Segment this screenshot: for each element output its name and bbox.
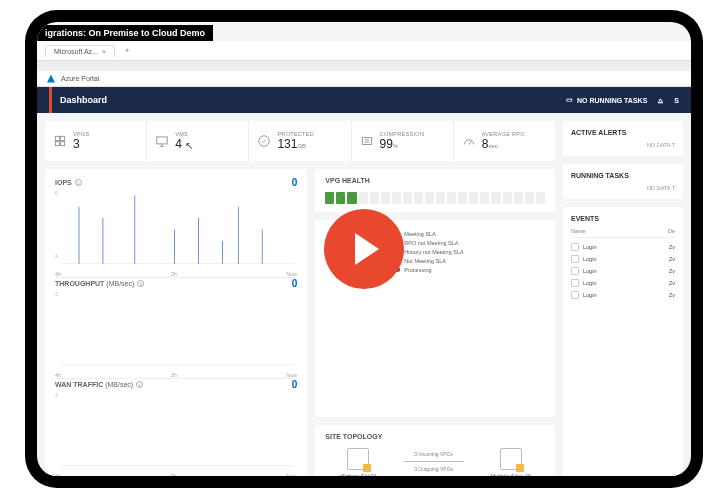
event-icon: [571, 255, 579, 263]
health-square[interactable]: [469, 192, 478, 204]
health-square[interactable]: [436, 192, 445, 204]
svg-rect-0: [55, 136, 59, 140]
throughput-sparkline: [55, 291, 297, 370]
kpi-protected[interactable]: PROTECTED131GB: [249, 121, 351, 161]
health-square[interactable]: [525, 192, 534, 204]
azure-portal-bar: Azure Portal: [37, 71, 691, 87]
health-square[interactable]: [325, 192, 334, 204]
health-square[interactable]: [447, 192, 456, 204]
site-topology-card: SITE TOPOLOGY vSphere-Site01 0 Incoming …: [315, 425, 555, 476]
svg-rect-4: [157, 137, 168, 144]
tasks-icon: ▭: [566, 96, 573, 104]
dashboard-header: Dashboard ▭ NO RUNNING TASKS 🜂 S: [37, 87, 691, 113]
shield-icon: [257, 134, 271, 148]
sla-legend: Meeting SLARPO not Meeting SLAHistory no…: [395, 231, 463, 276]
vms-icon: [155, 134, 169, 148]
event-icon: [571, 291, 579, 299]
health-square[interactable]: [414, 192, 423, 204]
event-row[interactable]: LoginZv: [571, 277, 675, 289]
info-icon[interactable]: i: [137, 280, 144, 287]
event-row[interactable]: LoginZv: [571, 241, 675, 253]
close-icon[interactable]: ×: [102, 48, 106, 55]
iops-sparkline: [55, 190, 297, 269]
play-button[interactable]: [324, 209, 404, 289]
event-icon: [571, 267, 579, 275]
chart-iops: IOPSi 0 64 4h2hNow: [55, 177, 297, 278]
chart-throughput: THROUGHPUT (MB/sec)i 0 3 4h2hNow: [55, 278, 297, 379]
kpi-compression[interactable]: COMPRESSION99%: [352, 121, 454, 161]
compression-icon: [360, 134, 374, 148]
event-row[interactable]: LoginZv: [571, 265, 675, 277]
svg-rect-6: [362, 138, 371, 145]
gauge-icon: [462, 134, 476, 148]
browser-addressbar[interactable]: [37, 61, 691, 71]
topology-source[interactable]: vSphere-Site01: [339, 448, 377, 476]
health-square[interactable]: [480, 192, 489, 204]
dashboard-content: VPGS3 VMS4 PROTECTED131GB COMPRESSION99%: [37, 113, 691, 476]
site-icon: [347, 448, 369, 470]
no-running-tasks[interactable]: ▭ NO RUNNING TASKS: [566, 96, 647, 104]
svg-rect-2: [55, 142, 59, 146]
health-square[interactable]: [491, 192, 500, 204]
new-tab-button[interactable]: +: [119, 47, 135, 54]
active-alerts-card: ACTIVE ALERTS NO DATA T: [563, 121, 683, 156]
health-square[interactable]: [458, 192, 467, 204]
info-icon[interactable]: i: [136, 381, 143, 388]
health-square[interactable]: [536, 192, 545, 204]
tab-label: Microsoft Az...: [54, 48, 98, 55]
tablet-frame: igrations: On Premise to Cloud Demo Micr…: [25, 10, 703, 488]
page-title: Dashboard: [49, 87, 107, 113]
topology-arrows: 0 Incoming VPGs 3 Outgoing VPGs: [404, 451, 464, 477]
legend-item: History not Meeting SLA: [395, 249, 463, 255]
wan-sparkline: [55, 392, 297, 471]
health-squares: [325, 192, 545, 204]
bell-icon[interactable]: 🜂: [657, 97, 664, 104]
health-square[interactable]: [503, 192, 512, 204]
health-square[interactable]: [359, 192, 368, 204]
kpi-vms[interactable]: VMS4: [147, 121, 249, 161]
svg-rect-1: [61, 136, 65, 140]
running-tasks-card: RUNNING TASKS NO DATA T: [563, 164, 683, 199]
health-square[interactable]: [347, 192, 356, 204]
browser-tab[interactable]: Microsoft Az... ×: [45, 45, 115, 57]
kpi-vpgs[interactable]: VPGS3: [45, 121, 147, 161]
azure-logo-icon: [47, 75, 55, 83]
event-row[interactable]: LoginZv: [571, 253, 675, 265]
legend-item: Processing: [395, 267, 463, 273]
vpgs-icon: [53, 134, 67, 148]
chart-wan: WAN TRAFFIC (MB/sec)i 0 3 4h2hNow: [55, 379, 297, 476]
user-menu[interactable]: S: [674, 97, 679, 104]
svg-rect-3: [61, 142, 65, 146]
azure-label: Azure Portal: [61, 75, 100, 82]
charts-panel: IOPSi 0 64 4h2hNow THR: [45, 169, 307, 476]
legend-item: Not Meeting SLA: [395, 258, 463, 264]
kpi-bar: VPGS3 VMS4 PROTECTED131GB COMPRESSION99%: [45, 121, 555, 161]
events-card: EVENTS NameDe LoginZvLoginZvLoginZvLogin…: [563, 207, 683, 476]
event-row[interactable]: LoginZv: [571, 289, 675, 301]
health-square[interactable]: [514, 192, 523, 204]
play-icon: [355, 233, 379, 265]
topology-target[interactable]: Multiple Sites (3): [491, 448, 532, 476]
health-square[interactable]: [403, 192, 412, 204]
health-square[interactable]: [392, 192, 401, 204]
event-icon: [571, 243, 579, 251]
multisite-icon: [500, 448, 522, 470]
window-titlebar: igrations: On Premise to Cloud Demo: [37, 25, 213, 41]
legend-item: RPO not Meeting SLA: [395, 240, 463, 246]
health-square[interactable]: [425, 192, 434, 204]
event-icon: [571, 279, 579, 287]
screen: igrations: On Premise to Cloud Demo Micr…: [37, 22, 691, 476]
vpg-health-card: VPG HEALTH: [315, 169, 555, 212]
kpi-avgrpo[interactable]: AVERAGE RPO8sec: [454, 121, 555, 161]
health-square[interactable]: [336, 192, 345, 204]
browser-tabbar: Microsoft Az... × +: [37, 41, 691, 61]
health-square[interactable]: [381, 192, 390, 204]
info-icon[interactable]: i: [75, 179, 82, 186]
legend-item: Meeting SLA: [395, 231, 463, 237]
health-square[interactable]: [370, 192, 379, 204]
